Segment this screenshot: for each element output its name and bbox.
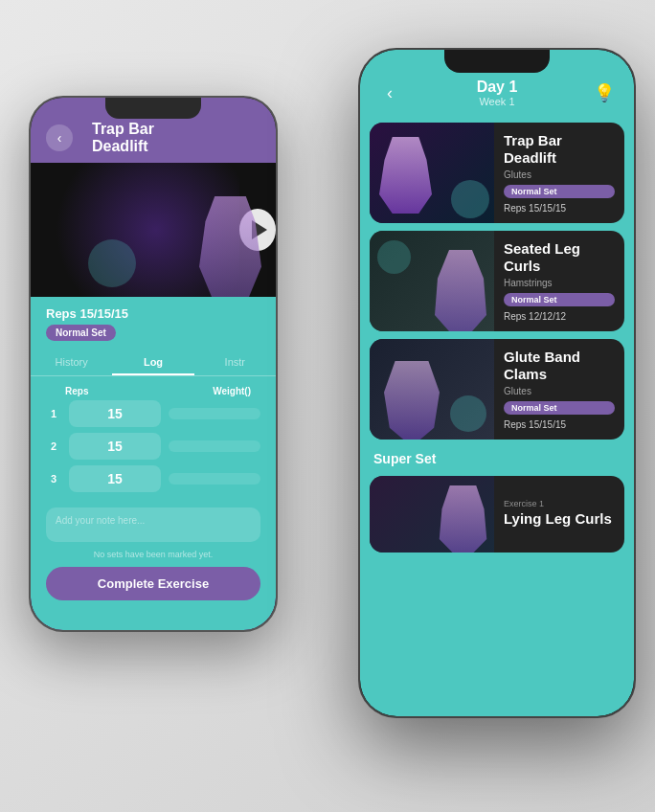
card-badge-2: Normal Set xyxy=(504,293,615,306)
figure-card-3 xyxy=(384,361,440,440)
set-num-3: 3 xyxy=(46,473,61,485)
phone-right: ‹ Day 1 Week 1 💡 xyxy=(358,48,636,718)
card-info-3: Glute Band Clams Glutes Normal Set Reps … xyxy=(494,339,624,440)
exercise-card-2[interactable]: Seated Leg Curls Hamstrings Normal Set R… xyxy=(370,231,624,331)
weight-input-3[interactable] xyxy=(169,473,260,485)
figure-card-1 xyxy=(379,137,432,214)
table-row: 2 15 xyxy=(46,433,260,460)
card-overlay-2 xyxy=(370,231,494,331)
card-badge-1: Normal Set xyxy=(504,185,615,198)
normal-set-badge-left: Normal Set xyxy=(46,325,116,341)
card-muscle-3: Glutes xyxy=(504,386,615,396)
card-name-3: Glute Band Clams xyxy=(504,349,615,383)
reps-input-3[interactable]: 15 xyxy=(69,465,161,492)
card-image-1 xyxy=(370,123,494,223)
card-badge-3: Normal Set xyxy=(504,401,615,415)
no-sets-label: No sets have been marked yet. xyxy=(31,548,276,561)
tabs-row: History Log Instr xyxy=(31,350,276,376)
card-overlay-3 xyxy=(370,339,494,440)
weight-input-1[interactable] xyxy=(169,408,260,419)
figure-card-2 xyxy=(432,250,489,331)
header-center: Day 1 Week 1 xyxy=(477,79,518,107)
exercise-list: Trap Bar Deadlift Glutes Normal Set Reps… xyxy=(360,117,634,716)
tab-history[interactable]: History xyxy=(31,350,112,375)
tab-log[interactable]: Log xyxy=(112,350,193,375)
phone-left: ‹ Trap Bar Deadlift xyxy=(29,96,278,632)
complete-exercise-button[interactable]: Complete Exercise xyxy=(46,567,260,600)
note-area[interactable]: Add your note here... xyxy=(46,508,260,542)
video-area[interactable] xyxy=(31,163,276,297)
reps-input-1[interactable]: 15 xyxy=(69,400,161,427)
card-info-2: Seated Leg Curls Hamstrings Normal Set R… xyxy=(494,231,624,331)
card-muscle-1: Glutes xyxy=(504,169,615,180)
reps-input-2[interactable]: 15 xyxy=(69,433,161,460)
card-image-3 xyxy=(370,339,494,440)
card-overlay-1 xyxy=(370,123,494,223)
card-reps-3: Reps 15/15/15 xyxy=(504,419,615,430)
log-header: Reps Weight() xyxy=(46,386,260,400)
back-button-right[interactable]: ‹ xyxy=(375,79,404,107)
card-image-partial xyxy=(370,476,494,553)
weight-col-header: Weight() xyxy=(213,386,251,396)
card-reps-1: Reps 15/15/15 xyxy=(504,203,615,214)
left-body: Reps 15/15/15 Normal Set History Log Ins… xyxy=(31,163,276,630)
card-image-2 xyxy=(370,231,494,331)
teal-accent-2 xyxy=(377,240,411,274)
weight-input-2[interactable] xyxy=(169,440,260,452)
exercise-card-partial[interactable]: Exercise 1 Lying Leg Curls xyxy=(370,476,624,553)
card-name-2: Seated Leg Curls xyxy=(504,240,615,275)
card-info-1: Trap Bar Deadlift Glutes Normal Set Reps… xyxy=(494,123,624,223)
notch-left xyxy=(105,98,201,119)
figure-card-partial xyxy=(437,485,489,553)
card-overlay-partial xyxy=(370,476,494,553)
teal-accent-3 xyxy=(450,395,486,432)
reps-col-header: Reps xyxy=(65,386,88,396)
log-table: Reps Weight() 1 15 2 15 xyxy=(31,382,276,502)
lightbulb-button[interactable]: 💡 xyxy=(590,79,619,107)
exercise-card-1[interactable]: Trap Bar Deadlift Glutes Normal Set Reps… xyxy=(370,123,624,223)
exercise-info-left: Reps 15/15/15 Normal Set xyxy=(31,297,276,345)
teal-circle-left xyxy=(88,239,136,287)
set-num-1: 1 xyxy=(46,408,61,419)
super-set-label: Super Set xyxy=(370,447,624,468)
week-subtitle: Week 1 xyxy=(477,96,518,107)
reps-label-left: Reps 15/15/15 xyxy=(46,306,260,321)
card-name-1: Trap Bar Deadlift xyxy=(504,132,615,167)
left-title: Trap Bar Deadlift xyxy=(92,121,215,155)
scene: ‹ Trap Bar Deadlift xyxy=(0,0,655,812)
set-num-2: 2 xyxy=(46,440,61,452)
card-muscle-2: Hamstrings xyxy=(504,278,615,288)
card-info-partial: Exercise 1 Lying Leg Curls xyxy=(494,476,624,553)
teal-accent-1 xyxy=(451,180,489,218)
exercise-num-label: Exercise 1 xyxy=(504,499,615,508)
card-reps-2: Reps 12/12/12 xyxy=(504,311,615,322)
table-row: 3 15 xyxy=(46,465,260,492)
back-button-left[interactable]: ‹ xyxy=(46,124,73,151)
notch-right xyxy=(444,50,550,73)
day-title: Day 1 xyxy=(477,79,518,96)
video-thumbnail xyxy=(31,163,239,297)
card-name-partial: Lying Leg Curls xyxy=(504,510,615,528)
exercise-card-3[interactable]: Glute Band Clams Glutes Normal Set Reps … xyxy=(370,339,624,440)
tab-instructions[interactable]: Instr xyxy=(194,350,276,375)
table-row: 1 15 xyxy=(46,400,260,427)
